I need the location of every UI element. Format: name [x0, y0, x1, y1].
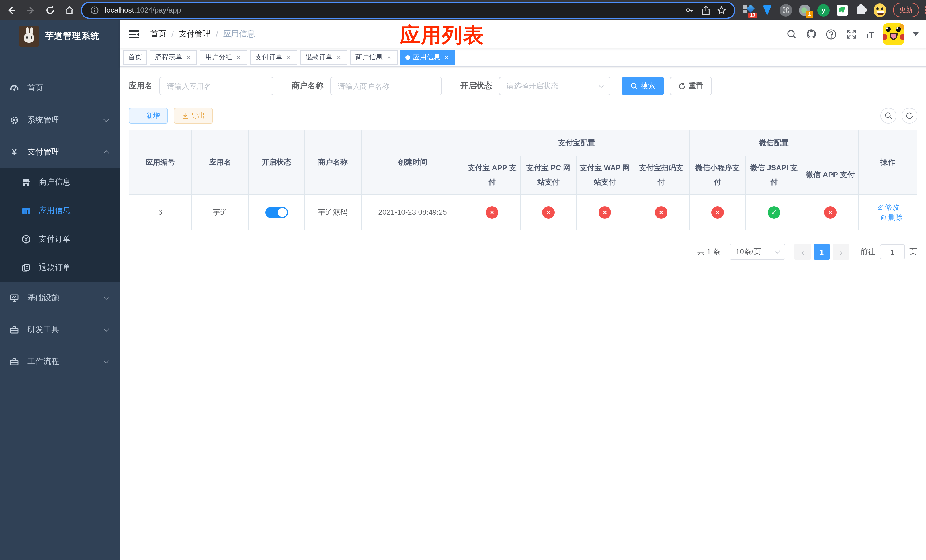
- browser-toolbar: localhost :1024/pay/app 10 ⌘ 1: [0, 0, 926, 20]
- tab-home[interactable]: 首页: [123, 50, 147, 65]
- toolbox-icon: [10, 325, 19, 334]
- cell-alipay-pc: ×: [520, 195, 576, 230]
- tab-pay-orders[interactable]: 支付订单×: [250, 50, 297, 65]
- sidebar-item-payment[interactable]: ¥ 支付管理: [0, 136, 120, 168]
- help-icon[interactable]: [826, 29, 837, 40]
- font-size-icon[interactable]: TT: [865, 30, 874, 38]
- share-icon[interactable]: [700, 4, 711, 16]
- sidebar-item-label: 首页: [27, 83, 43, 94]
- home-icon[interactable]: [64, 4, 75, 16]
- close-icon[interactable]: ×: [443, 54, 450, 61]
- chevron-down-icon: [774, 248, 780, 254]
- breadcrumb-current: 应用信息: [223, 29, 255, 39]
- site-info-icon[interactable]: [89, 4, 100, 16]
- app-title: 芋道管理系统: [45, 31, 100, 42]
- search-icon[interactable]: [785, 29, 797, 40]
- sidebar-item-dev-tools[interactable]: 研发工具: [0, 314, 120, 346]
- back-icon[interactable]: [6, 4, 17, 16]
- sidebar-item-label: 系统管理: [27, 115, 59, 125]
- delete-link[interactable]: 删除: [879, 212, 903, 222]
- tab-refund-orders[interactable]: 退款订单×: [300, 50, 347, 65]
- refresh-icon: [678, 82, 686, 90]
- url-bar[interactable]: localhost :1024/pay/app: [82, 3, 734, 17]
- reload-icon[interactable]: [44, 4, 56, 16]
- tab-app-info[interactable]: 应用信息×: [400, 50, 455, 65]
- sidebar-item-app-info[interactable]: 应用信息: [0, 197, 120, 225]
- extension-kite-icon[interactable]: [761, 4, 773, 16]
- fullscreen-icon[interactable]: [846, 29, 857, 40]
- annotation-title: 应用列表: [400, 22, 484, 50]
- extension-y-icon[interactable]: y: [817, 4, 830, 16]
- chrome-update-button[interactable]: 更新: [893, 3, 919, 17]
- close-icon[interactable]: ×: [235, 54, 242, 61]
- breadcrumb-payment[interactable]: 支付管理: [179, 29, 211, 39]
- github-icon[interactable]: [805, 29, 817, 40]
- status-x-icon: ×: [824, 206, 837, 218]
- close-icon[interactable]: ×: [185, 54, 192, 61]
- cell-alipay-app: ×: [464, 195, 520, 230]
- sidebar-item-refund-orders[interactable]: 退款订单: [0, 254, 120, 282]
- extension-command-icon[interactable]: ⌘: [780, 4, 792, 16]
- extension-chat-icon[interactable]: [836, 4, 849, 16]
- docs-icon: [22, 263, 31, 272]
- cell-ops: 修改 删除: [858, 195, 917, 230]
- close-icon[interactable]: ×: [285, 54, 292, 61]
- search-icon: [631, 82, 638, 90]
- edit-link[interactable]: 修改: [876, 202, 900, 212]
- yen-circle-icon: [22, 235, 31, 244]
- tab-process-form[interactable]: 流程表单×: [150, 50, 197, 65]
- sidebar-item-label: 商户信息: [39, 177, 71, 188]
- tab-user-group[interactable]: 用户分组×: [200, 50, 247, 65]
- forward-icon[interactable]: [25, 4, 36, 16]
- plus-icon: ＋: [137, 111, 144, 121]
- page-number-1[interactable]: 1: [814, 244, 830, 260]
- status-toggle[interactable]: [265, 206, 288, 218]
- sidebar-item-home[interactable]: 首页: [0, 73, 120, 104]
- breadcrumb: 首页 / 支付管理 / 应用信息: [150, 29, 255, 39]
- extensions-puzzle-icon[interactable]: [855, 4, 867, 16]
- avatar-caret-icon[interactable]: [913, 32, 918, 36]
- reset-button[interactable]: 重置: [670, 77, 712, 95]
- refresh-table-icon[interactable]: [902, 107, 917, 124]
- page-content: 应用名 商户名称 开启状态 请选择开启状态: [120, 67, 926, 560]
- chrome-menu-icon[interactable]: [925, 6, 926, 14]
- sidebar-item-workflow[interactable]: 工作流程: [0, 346, 120, 378]
- user-avatar[interactable]: [883, 23, 904, 45]
- export-button[interactable]: 导出: [174, 107, 213, 124]
- pagination-total: 共 1 条: [698, 247, 720, 257]
- search-button[interactable]: 搜索: [622, 77, 664, 95]
- password-key-icon[interactable]: [684, 4, 695, 16]
- shop-icon: [22, 178, 31, 187]
- sidebar-item-label: 工作流程: [27, 357, 59, 367]
- sidebar-logo[interactable]: 芋道管理系统: [0, 20, 120, 52]
- breadcrumb-home[interactable]: 首页: [150, 29, 166, 39]
- sidebar-item-system[interactable]: 系统管理: [0, 104, 120, 136]
- dashboard-icon: [10, 84, 19, 93]
- extension-proxy-icon[interactable]: 1: [799, 4, 811, 16]
- goto-page-input[interactable]: [880, 244, 905, 259]
- close-icon[interactable]: ×: [386, 54, 392, 61]
- next-page-button[interactable]: ›: [832, 244, 849, 260]
- status-select[interactable]: 请选择开启状态: [499, 77, 610, 95]
- sidebar-item-label: 支付管理: [27, 147, 59, 157]
- sidebar-item-merchant-info[interactable]: 商户信息: [0, 168, 120, 197]
- add-button[interactable]: ＋ 新增: [129, 107, 168, 124]
- page-size-select[interactable]: 10条/页: [729, 244, 785, 260]
- extension-modheader-icon[interactable]: 10: [742, 4, 755, 16]
- close-icon[interactable]: ×: [336, 54, 342, 61]
- sidebar-item-label: 基础设施: [27, 293, 59, 303]
- bookmark-star-icon[interactable]: [716, 4, 727, 16]
- prev-page-button[interactable]: ‹: [794, 244, 811, 260]
- sidebar-fold-icon[interactable]: [124, 24, 144, 44]
- chevron-down-icon: [103, 294, 109, 300]
- filter-label: 开启状态: [460, 81, 492, 91]
- merchant-name-input[interactable]: [330, 77, 442, 95]
- toolbox-icon: [10, 357, 19, 366]
- profile-avatar[interactable]: [874, 4, 886, 16]
- tab-merchant-info[interactable]: 商户信息×: [350, 50, 398, 65]
- app-name-input[interactable]: [159, 77, 273, 95]
- sidebar-item-pay-orders[interactable]: 支付订单: [0, 225, 120, 254]
- chevron-down-icon: [103, 326, 109, 332]
- hide-search-icon[interactable]: [881, 107, 896, 124]
- sidebar-item-infrastructure[interactable]: 基础设施: [0, 282, 120, 314]
